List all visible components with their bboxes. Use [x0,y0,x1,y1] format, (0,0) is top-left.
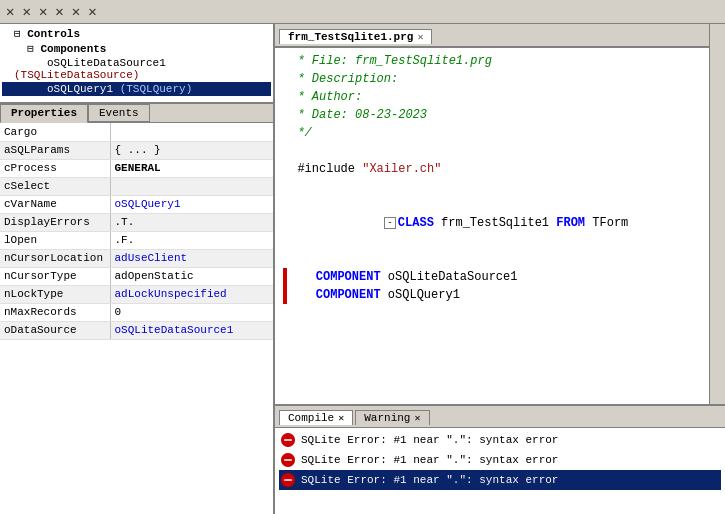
right-area: frm_TestSqlite1.prg ✕ * File: frm_TestSq… [275,24,725,514]
prop-value[interactable]: adOpenStatic [110,267,273,285]
main-layout: ⊟ Controls ⊟ Components oSQLiteDataSourc… [0,24,725,514]
error-icon [281,473,295,487]
props-tabs: Properties Events [0,104,273,123]
tab-properties[interactable]: Properties [0,104,88,123]
prop-key: cSelect [0,177,110,195]
code-line-5: */ [283,124,701,142]
prop-key: lOpen [0,231,110,249]
prop-key: cProcess [0,159,110,177]
bottom-tab-compile-label: Compile [288,412,334,424]
editor-tabs: frm_TestSqlite1.prg ✕ [275,24,709,48]
bottom-content: SQLite Error: #1 near ".": syntax errorS… [275,428,725,514]
code-line-class: -CLASS frm_TestSqlite1 FROM TForm [283,196,701,250]
tree-item-datasource-name: oSQLiteDataSource1 (TSQLiteDataSource) [14,57,166,81]
prop-value[interactable]: adLockUnspecified [110,285,273,303]
prop-key: nCursorLocation [0,249,110,267]
toolbar: ✕ ✕ ✕ ✕ ✕ ✕ [0,0,725,24]
prop-key: cVarName [0,195,110,213]
svg-rect-1 [284,439,292,441]
svg-rect-5 [284,479,292,481]
code-line-6 [283,142,701,160]
code-line-4: * Date: 08-23-2023 [283,106,701,124]
error-icon [281,433,295,447]
prop-row: cProcessGENERAL [0,159,273,177]
collapse-button[interactable]: - [384,217,396,229]
prop-row: nCursorTypeadOpenStatic [0,267,273,285]
components-label: ⊟ Components [14,43,106,55]
properties-panel: Properties Events CargoaSQLParams{ ... }… [0,104,273,514]
code-line-blank2 [283,250,701,268]
controls-label: ⊟ Controls [14,28,80,40]
component-tree: ⊟ Controls ⊟ Components oSQLiteDataSourc… [0,24,273,104]
editor-tab-close[interactable]: ✕ [417,31,423,43]
editor-tab-label: frm_TestSqlite1.prg [288,31,413,43]
code-editor[interactable]: * File: frm_TestSqlite1.prg * Descriptio… [275,48,709,404]
properties-table: CargoaSQLParams{ ... }cProcessGENERALcSe… [0,123,273,514]
prop-key: DisplayErrors [0,213,110,231]
error-text: SQLite Error: #1 near ".": syntax error [301,474,558,486]
tab-events[interactable]: Events [88,104,150,122]
prop-value[interactable] [110,123,273,141]
prop-row: oDataSourceoSQLiteDataSource1 [0,321,273,339]
toolbar-btn-1[interactable]: ✕ [4,3,16,20]
prop-key: aSQLParams [0,141,110,159]
prop-value[interactable]: 0 [110,303,273,321]
prop-value[interactable]: .F. [110,231,273,249]
code-line-blank [283,178,701,196]
toolbar-btn-2[interactable]: ✕ [20,3,32,20]
prop-value[interactable]: { ... } [110,141,273,159]
prop-row: Cargo [0,123,273,141]
bottom-tab-compile[interactable]: Compile ✕ [279,410,353,425]
code-line-comp2: COMPONENT oSQLQuery1 [283,286,701,304]
prop-key: nLockType [0,285,110,303]
prop-row: DisplayErrors.T. [0,213,273,231]
error-text: SQLite Error: #1 near ".": syntax error [301,454,558,466]
bottom-tab-compile-close[interactable]: ✕ [338,412,344,424]
code-line-include: #include "Xailer.ch" [283,160,701,178]
code-line-comp1: COMPONENT oSQLiteDataSource1 [283,268,701,286]
tree-controls: ⊟ Controls [2,26,271,41]
prop-value[interactable]: .T. [110,213,273,231]
prop-key: oDataSource [0,321,110,339]
prop-key: nCursorType [0,267,110,285]
prop-value[interactable]: oSQLQuery1 [110,195,273,213]
right-panel: frm_TestSqlite1.prg ✕ * File: frm_TestSq… [275,24,709,404]
prop-value[interactable] [110,177,273,195]
error-line[interactable]: SQLite Error: #1 near ".": syntax error [279,430,721,450]
prop-row: nCursorLocationadUseClient [0,249,273,267]
left-panel: ⊟ Controls ⊟ Components oSQLiteDataSourc… [0,24,275,514]
toolbar-btn-4[interactable]: ✕ [53,3,65,20]
prop-row: nLockTypeadLockUnspecified [0,285,273,303]
toolbar-btn-3[interactable]: ✕ [37,3,49,20]
editor-area: frm_TestSqlite1.prg ✕ * File: frm_TestSq… [275,24,725,404]
tree-components: ⊟ Components [2,41,271,56]
toolbar-btn-6[interactable]: ✕ [86,3,98,20]
error-icon [281,453,295,467]
prop-row: cVarNameoSQLQuery1 [0,195,273,213]
code-line-1: * File: frm_TestSqlite1.prg [283,52,701,70]
prop-row: lOpen.F. [0,231,273,249]
prop-value[interactable]: GENERAL [110,159,273,177]
bottom-tabs: Compile ✕ Warning ✕ [275,406,725,428]
prop-key: Cargo [0,123,110,141]
bottom-tab-warning[interactable]: Warning ✕ [355,410,429,425]
tree-item-query[interactable]: oSQLQuery1 (TSQLQuery) [2,82,271,96]
right-scrollbar[interactable] [709,24,725,404]
tree-item-datasource[interactable]: oSQLiteDataSource1 (TSQLiteDataSource) [2,56,271,82]
bottom-tab-warning-close[interactable]: ✕ [414,412,420,424]
error-line[interactable]: SQLite Error: #1 near ".": syntax error [279,470,721,490]
toolbar-btn-5[interactable]: ✕ [70,3,82,20]
code-line-2: * Description: [283,70,701,88]
editor-tab-prg[interactable]: frm_TestSqlite1.prg ✕ [279,29,432,44]
prop-value[interactable]: oSQLiteDataSource1 [110,321,273,339]
code-line-3: * Author: [283,88,701,106]
prop-value[interactable]: adUseClient [110,249,273,267]
bottom-panel: Compile ✕ Warning ✕ SQLite Error: #1 nea… [275,404,725,514]
bottom-tab-warning-label: Warning [364,412,410,424]
prop-row: aSQLParams{ ... } [0,141,273,159]
svg-rect-3 [284,459,292,461]
tree-item-query-name: oSQLQuery1 (TSQLQuery) [14,83,192,95]
error-line[interactable]: SQLite Error: #1 near ".": syntax error [279,450,721,470]
prop-row: cSelect [0,177,273,195]
error-text: SQLite Error: #1 near ".": syntax error [301,434,558,446]
